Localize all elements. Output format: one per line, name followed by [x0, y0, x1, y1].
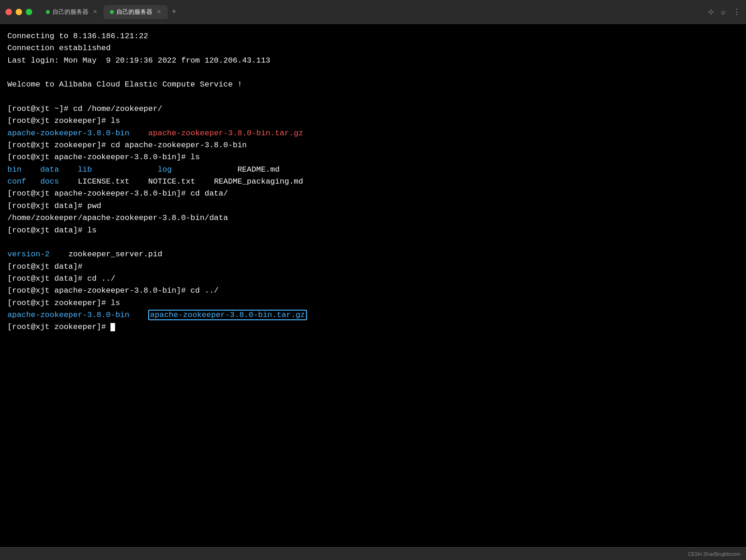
tab2-label: 自己的服务器 — [116, 8, 152, 16]
statusbar-text: CESH SharBingblocom — [688, 551, 740, 557]
line-25: [root@xjt zookeeper]# — [7, 321, 739, 333]
more-options-icon[interactable]: ⋮ — [733, 7, 740, 16]
ls2-docs: docs — [40, 177, 59, 186]
line-17: [root@xjt data]# ls — [7, 225, 739, 237]
tabs-area: 自己的服务器 ✕ 自己的服务器 ✕ + — [40, 5, 708, 19]
line-13: conf docs LICENSE.txt NOTICE.txt README_… — [7, 176, 739, 188]
tab1-status-dot — [46, 10, 50, 14]
window-controls — [6, 9, 32, 15]
bookmark-icon[interactable]: ⊹ — [708, 7, 714, 16]
line-21: [root@xjt data]# cd ../ — [7, 273, 739, 285]
ls2-readme-pkg: README_packaging.md — [214, 177, 303, 186]
ls3-version: version-2 — [7, 250, 50, 259]
ls1-dir: apache-zookeeper-3.8.0-bin — [7, 129, 129, 138]
line-12: bin data lib log README.md — [7, 164, 739, 176]
ls2-data: data — [40, 165, 59, 174]
line-11: [root@xjt apache-zookeeper-3.8.0-bin]# l… — [7, 151, 739, 163]
line-18 — [7, 237, 739, 248]
terminal-area[interactable]: Connecting to 8.136.186.121:22 Connectio… — [0, 24, 746, 547]
line-14: [root@xjt apache-zookeeper-3.8.0-bin]# c… — [7, 188, 739, 200]
ls2-license: LICENSE.txt — [78, 177, 129, 186]
line-8: [root@xjt zookeeper]# ls — [7, 115, 739, 127]
ls4-dir: apache-zookeeper-3.8.0-bin — [7, 311, 129, 319]
search-icon[interactable]: ⌕ — [721, 8, 726, 16]
line-23: [root@xjt zookeeper]# ls — [7, 297, 739, 309]
titlebar-actions: ⊹ ⌕ ⋮ — [708, 7, 740, 16]
tab1-label: 自己的服务器 — [52, 8, 88, 16]
close-button[interactable] — [6, 9, 12, 15]
ls2-bin: bin — [7, 165, 22, 174]
line-15: [root@xjt data]# pwd — [7, 200, 739, 212]
line-1: Connecting to 8.136.186.121:22 — [7, 30, 739, 42]
ls2-readme: README.md — [237, 165, 280, 174]
ls2-conf: conf — [7, 177, 26, 186]
line-19: version-2 zookeeper_server.pid — [7, 248, 739, 260]
line-16: /home/zookeeper/apache-zookeeper-3.8.0-b… — [7, 212, 739, 224]
line-24: apache-zookeeper-3.8.0-bin apache-zookee… — [7, 309, 739, 321]
minimize-button[interactable] — [16, 9, 22, 15]
ls4-file-highlighted: apache-zookeeper-3.8.0-bin.tar.gz — [148, 310, 307, 320]
tab2-close-icon[interactable]: ✕ — [157, 9, 161, 15]
line-10: [root@xjt zookeeper]# cd apache-zookeepe… — [7, 139, 739, 151]
ls3-pid: zookeeper_server.pid — [69, 250, 162, 259]
maximize-button[interactable] — [26, 9, 32, 15]
tab1-close-icon[interactable]: ✕ — [93, 9, 97, 15]
line-20: [root@xjt data]# — [7, 261, 739, 273]
ls2-lib: lib — [78, 165, 92, 174]
line-4 — [7, 67, 739, 79]
prompt-final: [root@xjt zookeeper]# — [7, 323, 110, 331]
line-2: Connection established — [7, 42, 739, 54]
ls2-log: log — [157, 165, 172, 174]
terminal-cursor — [110, 323, 115, 331]
line-3: Last login: Mon May 9 20:19:36 2022 from… — [7, 55, 739, 67]
tab-1[interactable]: 自己的服务器 ✕ — [40, 5, 104, 19]
line-7: [root@xjt ~]# cd /home/zookeeper/ — [7, 103, 739, 115]
tab2-status-dot — [110, 10, 114, 14]
line-5: Welcome to Alibaba Cloud Elastic Compute… — [7, 79, 739, 91]
line-22: [root@xjt apache-zookeeper-3.8.0-bin]# c… — [7, 285, 739, 297]
ls2-notice: NOTICE.txt — [148, 177, 195, 186]
statusbar: CESH SharBingblocom — [0, 547, 746, 560]
line-9: apache-zookeeper-3.8.0-bin apache-zookee… — [7, 127, 739, 139]
add-tab-button[interactable]: + — [168, 6, 180, 18]
titlebar: 自己的服务器 ✕ 自己的服务器 ✕ + ⊹ ⌕ ⋮ — [0, 0, 746, 24]
ls1-file: apache-zookeeper-3.8.0-bin.tar.gz — [148, 129, 303, 138]
line-6 — [7, 91, 739, 103]
tab-2[interactable]: 自己的服务器 ✕ — [104, 5, 168, 19]
